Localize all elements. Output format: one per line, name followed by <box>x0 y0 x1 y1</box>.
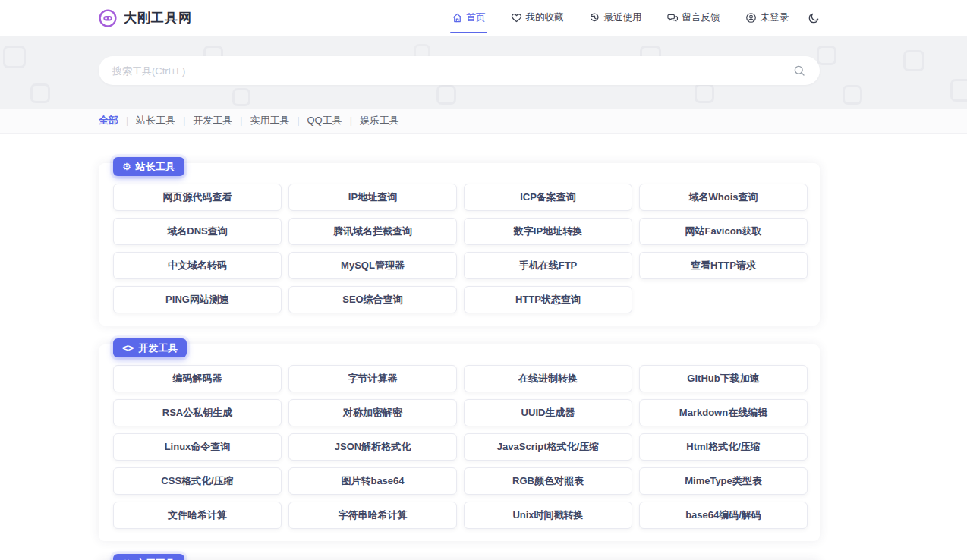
tool-button[interactable]: GitHub下载加速 <box>639 365 808 392</box>
tool-button[interactable]: Markdown在线编辑 <box>639 399 808 426</box>
tool-button[interactable]: 文件哈希计算 <box>113 502 282 529</box>
tool-button[interactable]: ICP备案查询 <box>464 184 632 211</box>
tool-button[interactable]: 腾讯域名拦截查询 <box>288 218 457 245</box>
tool-button[interactable]: RSA公私钥生成 <box>113 399 282 426</box>
nav-item-home[interactable]: 首页 <box>450 7 487 29</box>
watermark-icon <box>30 83 50 103</box>
filter-separator: | <box>297 115 299 126</box>
section-badge-webmaster[interactable]: ⚙︎站长工具 <box>113 157 184 176</box>
search-icon[interactable] <box>792 64 806 77</box>
header: 大刚工具网 首页我的收藏最近使用留言反馈未登录 <box>0 0 967 36</box>
tool-grid: 网页源代码查看IP地址查询ICP备案查询域名Whois查询域名DNS查询腾讯域名… <box>113 184 808 313</box>
tool-button[interactable]: RGB颜色对照表 <box>464 467 632 495</box>
section-card-dev: <>开发工具编码解码器字节计算器在线进制转换GitHub下载加速RSA公私钥生成… <box>99 344 820 541</box>
nav-item-label: 首页 <box>467 11 486 24</box>
history-icon <box>589 12 600 24</box>
tool-button[interactable]: SEO综合查询 <box>288 286 457 313</box>
filter-item[interactable]: QQ工具 <box>307 114 342 127</box>
user-icon <box>745 12 757 24</box>
watermark-icon <box>232 88 250 106</box>
heart-icon <box>511 12 522 24</box>
tool-button[interactable]: 域名Whois查询 <box>639 184 808 211</box>
tool-button[interactable]: MimeType类型表 <box>639 467 808 495</box>
search-hero <box>0 36 967 109</box>
feedback-icon <box>667 12 679 24</box>
brand-name: 大刚工具网 <box>124 9 192 27</box>
tool-button[interactable]: 域名DNS查询 <box>113 218 282 245</box>
tool-button[interactable]: UUID生成器 <box>464 399 632 426</box>
watermark-icon <box>817 46 836 65</box>
tool-button[interactable]: JavaScript格式化/压缩 <box>464 433 632 461</box>
tool-button[interactable]: 中文域名转码 <box>113 252 282 279</box>
tool-button[interactable]: 查看HTTP请求 <box>639 252 808 279</box>
tool-button[interactable]: 字节计算器 <box>288 365 457 392</box>
section-title: 实用工具 <box>136 557 175 560</box>
search-input[interactable] <box>112 65 792 77</box>
tool-button[interactable]: 网页源代码查看 <box>113 184 282 211</box>
tool-button[interactable]: 编码解码器 <box>113 365 282 392</box>
nav-item-label: 最近使用 <box>604 11 642 24</box>
tool-button[interactable]: 网站Favicon获取 <box>639 218 808 245</box>
nav-item-feedback[interactable]: 留言反馈 <box>666 7 722 29</box>
nav-item-login[interactable]: 未登录 <box>744 7 791 29</box>
watermark-icon <box>436 85 456 105</box>
brand-logo-icon <box>99 9 117 27</box>
main-content: ⚙︎站长工具网页源代码查看IP地址查询ICP备案查询域名Whois查询域名DNS… <box>99 134 820 560</box>
filter-item[interactable]: 开发工具 <box>193 114 232 127</box>
tool-button[interactable]: CSS格式化/压缩 <box>113 467 282 495</box>
filter-separator: | <box>183 115 185 126</box>
main-nav: 首页我的收藏最近使用留言反馈未登录 <box>450 7 821 29</box>
home-icon <box>452 12 463 24</box>
filter-separator: | <box>350 115 352 126</box>
gear-icon: ⚙︎ <box>122 162 131 171</box>
watermark-icon <box>3 46 26 68</box>
tool-button[interactable]: 图片转base64 <box>288 467 457 495</box>
code-icon: <> <box>122 343 134 353</box>
tool-button[interactable]: PING网站测速 <box>113 286 282 313</box>
nav-item-label: 我的收藏 <box>526 11 564 24</box>
section-card-webmaster: ⚙︎站长工具网页源代码查看IP地址查询ICP备案查询域名Whois查询域名DNS… <box>99 163 820 326</box>
tool-button[interactable]: MySQL管理器 <box>288 252 457 279</box>
moon-icon[interactable] <box>808 12 820 24</box>
section-badge-utility[interactable]: ⚒︎实用工具 <box>113 554 184 560</box>
tool-button[interactable]: 在线进制转换 <box>464 365 632 392</box>
filter-item[interactable]: 实用工具 <box>250 114 289 127</box>
tool-button[interactable]: 对称加密解密 <box>288 399 457 426</box>
category-filters: 全部|站长工具|开发工具|实用工具|QQ工具|娱乐工具 <box>99 114 820 127</box>
nav-item-label: 未登录 <box>761 11 789 24</box>
filter-separator: | <box>240 115 242 126</box>
tool-button[interactable]: Html格式化/压缩 <box>639 433 808 461</box>
tool-button[interactable]: JSON解析格式化 <box>288 433 457 461</box>
nav-item-label: 留言反馈 <box>682 11 720 24</box>
tool-grid: 编码解码器字节计算器在线进制转换GitHub下载加速RSA公私钥生成对称加密解密… <box>113 365 808 529</box>
tool-button[interactable]: HTTP状态查询 <box>464 286 632 313</box>
section-badge-dev[interactable]: <>开发工具 <box>113 338 187 357</box>
category-filter-bar: 全部|站长工具|开发工具|实用工具|QQ工具|娱乐工具 <box>0 109 967 134</box>
nav-item-favorites[interactable]: 我的收藏 <box>509 7 565 29</box>
section-title: 开发工具 <box>138 341 178 355</box>
tool-button[interactable]: 字符串哈希计算 <box>288 502 457 529</box>
watermark-icon <box>903 50 924 71</box>
tool-button[interactable]: base64编码/解码 <box>639 502 808 529</box>
watermark-icon <box>843 85 862 105</box>
filter-item[interactable]: 全部 <box>99 114 118 127</box>
filter-item[interactable]: 娱乐工具 <box>360 114 399 127</box>
watermark-icon <box>695 83 714 103</box>
nav-item-recent[interactable]: 最近使用 <box>587 7 644 29</box>
watermark-icon <box>950 79 967 102</box>
search-bar[interactable] <box>99 56 820 85</box>
tool-button[interactable]: 手机在线FTP <box>464 252 632 279</box>
brand[interactable]: 大刚工具网 <box>99 9 192 27</box>
tool-button[interactable]: Linux命令查询 <box>113 433 282 461</box>
filter-separator: | <box>126 115 128 126</box>
filter-item[interactable]: 站长工具 <box>136 114 175 127</box>
tool-button[interactable]: Unix时间戳转换 <box>464 502 632 529</box>
section-title: 站长工具 <box>136 160 175 174</box>
tool-button[interactable]: 数字IP地址转换 <box>464 218 632 245</box>
tool-button[interactable]: IP地址查询 <box>288 184 457 211</box>
